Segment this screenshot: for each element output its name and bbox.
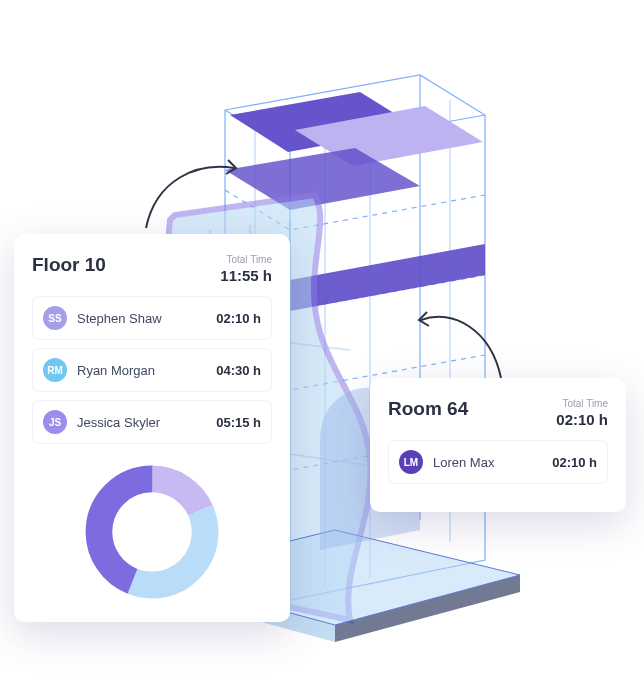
floor-people-list: SSStephen Shaw02:10 hRMRyan Morgan04:30 … [32, 296, 272, 444]
person-row[interactable]: LMLoren Max02:10 h [388, 440, 608, 484]
room-total-label: Total Time [556, 398, 608, 409]
floor-donut-chart [32, 462, 272, 602]
person-name: Ryan Morgan [77, 363, 216, 378]
avatar: RM [43, 358, 67, 382]
room-card: Room 64 Total Time 02:10 h LMLoren Max02… [370, 378, 626, 512]
avatar: JS [43, 410, 67, 434]
floor-card: Floor 10 Total Time 11:55 h SSStephen Sh… [14, 234, 290, 622]
floor-total-value: 11:55 h [220, 267, 272, 284]
arrow-right-icon [413, 300, 513, 390]
room-total: Total Time 02:10 h [556, 398, 608, 428]
person-row[interactable]: RMRyan Morgan04:30 h [32, 348, 272, 392]
person-row[interactable]: SSStephen Shaw02:10 h [32, 296, 272, 340]
avatar: SS [43, 306, 67, 330]
floor-card-header: Floor 10 Total Time 11:55 h [32, 254, 272, 284]
donut-segment [99, 479, 205, 585]
room-title: Room 64 [388, 398, 468, 420]
person-row[interactable]: JSJessica Skyler05:15 h [32, 400, 272, 444]
person-name: Stephen Shaw [77, 311, 216, 326]
person-time: 04:30 h [216, 363, 261, 378]
room-card-header: Room 64 Total Time 02:10 h [388, 398, 608, 428]
person-time: 02:10 h [216, 311, 261, 326]
room-people-list: LMLoren Max02:10 h [388, 440, 608, 484]
arrow-left-icon [136, 150, 246, 240]
person-name: Jessica Skyler [77, 415, 216, 430]
floor-total-label: Total Time [220, 254, 272, 265]
person-time: 02:10 h [552, 455, 597, 470]
avatar: LM [399, 450, 423, 474]
floor-title: Floor 10 [32, 254, 106, 276]
person-time: 05:15 h [216, 415, 261, 430]
person-name: Loren Max [433, 455, 552, 470]
room-total-value: 02:10 h [556, 411, 608, 428]
floor-total: Total Time 11:55 h [220, 254, 272, 284]
